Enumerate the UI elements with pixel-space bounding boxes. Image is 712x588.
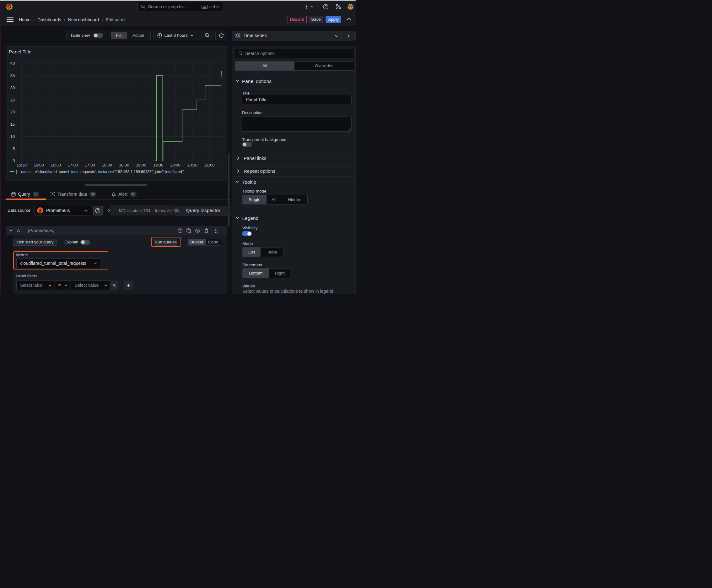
svg-text:19:00: 19:00 <box>136 163 146 167</box>
svg-text:25: 25 <box>10 97 15 102</box>
svg-text:18:00: 18:00 <box>102 163 112 167</box>
svg-text:15: 15 <box>10 122 15 127</box>
svg-text:17:00: 17:00 <box>68 163 78 167</box>
svg-text:15:30: 15:30 <box>16 163 27 167</box>
svg-text:20: 20 <box>10 110 15 114</box>
svg-text:0: 0 <box>13 158 15 163</box>
svg-text:40: 40 <box>10 61 15 66</box>
svg-text:5: 5 <box>13 146 15 151</box>
svg-text:30: 30 <box>10 85 15 90</box>
svg-text:16:30: 16:30 <box>50 163 61 167</box>
svg-text:21:00: 21:00 <box>204 163 215 167</box>
svg-text:19:30: 19:30 <box>153 163 164 167</box>
svg-text:16:00: 16:00 <box>34 163 44 167</box>
svg-text:35: 35 <box>10 73 15 78</box>
svg-text:10: 10 <box>10 134 15 139</box>
svg-text:20:30: 20:30 <box>187 163 197 167</box>
svg-text:17:30: 17:30 <box>85 163 95 167</box>
svg-text:20:00: 20:00 <box>170 163 180 167</box>
svg-text:18:30: 18:30 <box>119 163 129 167</box>
